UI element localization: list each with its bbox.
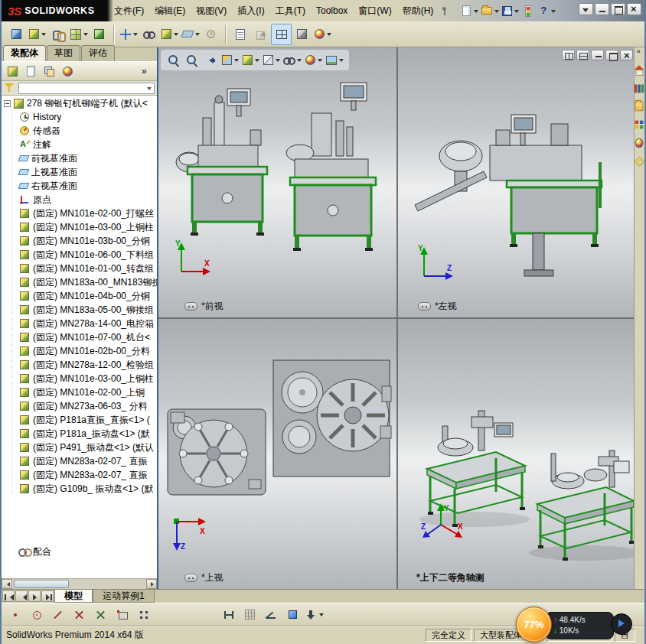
tree-item[interactable]: 传感器 bbox=[2, 124, 157, 138]
net-speed-widget[interactable]: ↑ 48.4K/s ↓ 10K/s 77% bbox=[516, 607, 632, 642]
viewport-isometric-view[interactable]: Y X Z *上下二等角轴测 bbox=[398, 319, 637, 589]
tree-item[interactable]: (固定) MN101e-03-00_上铜柱 bbox=[2, 220, 157, 234]
exploded-view-icon[interactable] bbox=[250, 24, 271, 45]
quick-access-button[interactable] bbox=[537, 2, 556, 19]
tree-item[interactable]: (固定) P181a_振动盘<1> (默 bbox=[2, 427, 157, 441]
menu-item[interactable]: 文件(F) bbox=[109, 3, 149, 19]
tree-item[interactable]: 右视基准面 bbox=[2, 179, 157, 193]
tree-item[interactable]: (固定) P491_振动盘<1> (默认 bbox=[2, 441, 157, 454]
file-explorer-icon[interactable] bbox=[634, 99, 644, 113]
solidworks-resources-icon[interactable] bbox=[634, 63, 644, 76]
menu-pin-icon[interactable] bbox=[440, 5, 449, 16]
tree-item[interactable]: (固定) MN101e-06-00_下料组 bbox=[2, 248, 157, 262]
tree-item[interactable]: 注解 bbox=[2, 138, 157, 151]
linear-component-pattern-icon[interactable] bbox=[68, 24, 89, 45]
quick-access-button[interactable] bbox=[501, 2, 520, 19]
tree-item[interactable]: (固定) MN101e-02b-00_分料 bbox=[2, 344, 157, 358]
tree-item[interactable]: (固定) MN101e-01-00_转盘组 bbox=[2, 262, 157, 275]
minimize-button[interactable] bbox=[595, 3, 609, 15]
assembly-features-icon[interactable] bbox=[159, 24, 180, 45]
mate-icon[interactable] bbox=[47, 24, 68, 45]
insert-components-icon[interactable] bbox=[27, 24, 47, 45]
previous-view-icon[interactable] bbox=[202, 51, 219, 70]
tree-item[interactable]: (固定) MN183a-05-00_铆接组 bbox=[2, 303, 157, 317]
scroll-left-icon[interactable] bbox=[2, 579, 12, 589]
expand-panel-button[interactable] bbox=[138, 63, 155, 80]
design-library-icon[interactable] bbox=[634, 81, 644, 95]
circle-tool-icon[interactable] bbox=[26, 604, 47, 626]
viewport-left-view[interactable]: Y Z *左视 bbox=[398, 47, 637, 317]
tree-item[interactable]: (固定) MN278a-12-00_检验组 bbox=[2, 358, 157, 372]
quick-access-button[interactable] bbox=[460, 2, 479, 19]
doc-restore-icon[interactable] bbox=[605, 50, 618, 60]
tree-item[interactable]: (固定) MN273a-06-03_ 分料 bbox=[2, 399, 157, 413]
prev-tab-icon[interactable] bbox=[15, 590, 28, 602]
tree-item[interactable]: (固定) MN101e-07-00_机台< bbox=[2, 330, 157, 344]
displaymanager-icon[interactable] bbox=[59, 63, 76, 80]
zoom-fit-icon[interactable] bbox=[165, 51, 182, 70]
tree-item[interactable]: (固定) MN283a-02-07_ 直振 bbox=[2, 454, 157, 468]
split-horizontal-icon[interactable] bbox=[576, 50, 589, 60]
measure-icon[interactable] bbox=[218, 604, 239, 626]
scroll-right-icon[interactable] bbox=[146, 579, 157, 589]
3d-sketch-icon[interactable] bbox=[282, 604, 303, 626]
show-hidden-components-icon[interactable] bbox=[139, 24, 159, 45]
edit-component-icon[interactable] bbox=[6, 24, 27, 45]
document-tab[interactable]: 模型 bbox=[54, 590, 93, 603]
large-assembly-mode-icon[interactable] bbox=[292, 24, 312, 45]
tree-item[interactable]: 原点 bbox=[2, 193, 157, 207]
tree-item[interactable]: (固定) MN278a-14-00_电控箱 bbox=[2, 317, 157, 330]
zoom-area-icon[interactable] bbox=[184, 51, 201, 70]
doc-close-icon[interactable] bbox=[620, 50, 633, 60]
memory-percent-ball[interactable]: 77% bbox=[516, 607, 552, 642]
appearances-scenes-icon[interactable] bbox=[634, 136, 644, 150]
corner-rectangle-icon[interactable] bbox=[112, 604, 132, 626]
doc-minimize-icon[interactable] bbox=[591, 50, 604, 60]
display-settings-icon[interactable] bbox=[312, 24, 333, 45]
menu-item[interactable]: 帮助(H) bbox=[397, 3, 439, 19]
command-tab[interactable]: 草图 bbox=[47, 45, 80, 61]
viewport-front-view[interactable]: Y X *前视 bbox=[158, 47, 396, 317]
viewport-top-view[interactable]: X Z *上视 bbox=[158, 319, 396, 589]
tree-item[interactable]: (固定) MN101e-02-00_打螺丝 bbox=[2, 207, 157, 220]
tree-item-mates[interactable]: 配合 bbox=[2, 545, 157, 558]
tree-item[interactable]: (固定) MN101e-04b-00_分铜 bbox=[2, 289, 157, 303]
taskpane-expand-icon[interactable] bbox=[634, 44, 644, 58]
angle-snap-icon[interactable] bbox=[261, 604, 282, 626]
tree-item[interactable]: History bbox=[2, 110, 157, 124]
apply-scene-icon[interactable] bbox=[325, 51, 344, 70]
extend-entities-icon[interactable] bbox=[90, 604, 111, 626]
tree-item[interactable]: (固定) MN101e-03b-00_分铜 bbox=[2, 234, 157, 248]
menu-item[interactable]: 编辑(E) bbox=[149, 3, 191, 19]
bill-of-materials-icon[interactable] bbox=[230, 24, 250, 45]
hide-toolbar-icon[interactable] bbox=[304, 604, 325, 626]
tree-item[interactable]: (固定) MN101e-03-00_上铜柱 bbox=[2, 372, 157, 385]
collapse-icon[interactable] bbox=[4, 100, 11, 107]
menu-item[interactable]: 工具(T) bbox=[270, 3, 311, 19]
tree-root-item[interactable]: 278 铆银钉机铆端子机 (默认< bbox=[2, 96, 157, 110]
section-view-icon[interactable] bbox=[220, 51, 240, 70]
view-palette-icon[interactable] bbox=[634, 118, 644, 132]
grid-snap-icon[interactable] bbox=[240, 604, 260, 626]
configurationmanager-icon[interactable] bbox=[41, 63, 57, 80]
tree-filter-input[interactable] bbox=[18, 83, 155, 94]
tree-item[interactable]: (固定) MN183a-00_MN183铆接 bbox=[2, 275, 157, 289]
document-tab[interactable]: 运动算例1 bbox=[93, 590, 155, 603]
menu-item[interactable]: Toolbox bbox=[311, 4, 353, 18]
menu-item[interactable]: 窗口(W) bbox=[353, 3, 396, 19]
tree-item[interactable]: 前视基准面 bbox=[2, 151, 157, 165]
propertymanager-icon[interactable] bbox=[22, 63, 39, 80]
reference-geometry-icon[interactable] bbox=[180, 24, 201, 45]
restore-button[interactable] bbox=[611, 3, 625, 15]
featuremanager-tree-icon[interactable] bbox=[4, 63, 21, 80]
display-style-icon[interactable] bbox=[262, 51, 281, 70]
point-tool-icon[interactable] bbox=[5, 604, 25, 626]
view-orientation-icon[interactable] bbox=[241, 51, 260, 70]
next-tab-icon[interactable] bbox=[28, 590, 41, 602]
quick-access-button[interactable] bbox=[480, 2, 500, 19]
line-tool-icon[interactable] bbox=[47, 604, 68, 626]
booster-button[interactable] bbox=[611, 613, 632, 635]
menu-item[interactable]: 视图(V) bbox=[191, 3, 232, 19]
command-tab[interactable]: 装配体 bbox=[3, 45, 46, 61]
last-tab-icon[interactable] bbox=[41, 590, 54, 602]
